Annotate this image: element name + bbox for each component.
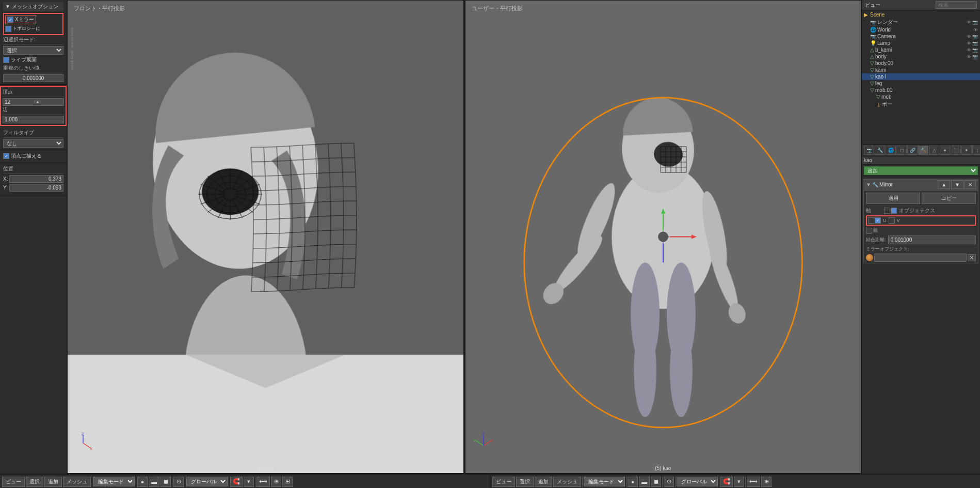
ppi-physics[interactable]: ↕: [972, 146, 980, 155]
vert-select-btn-r[interactable]: ●: [628, 477, 638, 487]
apply-button[interactable]: 適用: [866, 193, 920, 204]
ppi-data[interactable]: △: [929, 146, 939, 155]
mirror-obj-clear[interactable]: ✕: [968, 254, 976, 261]
edge-select-btn-r[interactable]: ▬: [639, 477, 650, 487]
x-axis-edit-cb[interactable]: [891, 208, 897, 214]
ppi-particle[interactable]: ✦: [961, 146, 972, 155]
mesh-btn-left[interactable]: メッシュ: [63, 477, 91, 487]
fill-type-dropdown[interactable]: なし: [3, 139, 63, 148]
viewport-user[interactable]: ユーザー・平行投影 X Y Z (5) kao: [465, 0, 862, 474]
edit-mode-select-left[interactable]: 編集モード: [93, 477, 135, 486]
pivot-left[interactable]: ⊞: [282, 477, 293, 487]
x-axis-vis-cb[interactable]: [884, 208, 890, 214]
add-btn-left[interactable]: 追加: [44, 477, 62, 487]
view-btn-left[interactable]: ビュー: [2, 477, 25, 487]
tb-div-2: [136, 477, 136, 487]
edge-number-field[interactable]: [3, 116, 34, 123]
vertex-connect-box[interactable]: [3, 153, 9, 159]
viewport-front[interactable]: フロント・平行投影 mesh tools mesh tools X Z (5) …: [67, 0, 464, 474]
topology-box[interactable]: [5, 26, 11, 32]
mirror-obj-field[interactable]: [874, 254, 967, 262]
global-select-right[interactable]: グローバル: [677, 477, 718, 486]
snap-btn-right[interactable]: 🧲: [720, 477, 733, 487]
ppi-material[interactable]: ●: [940, 146, 950, 155]
outliner-item-world[interactable]: 🌐 World 👁: [862, 26, 980, 33]
outliner-item-camera[interactable]: 📷 Camera 👁 📷: [862, 33, 980, 40]
snap-btn-left[interactable]: 🧲: [230, 477, 243, 487]
modifier-up-btn[interactable]: ▲: [938, 180, 950, 189]
outliner-item-leg[interactable]: ▽ leg: [862, 80, 980, 87]
outliner-item-kao[interactable]: ▽ kao I: [862, 73, 980, 80]
vert-select-btn[interactable]: ●: [137, 477, 148, 487]
modifier-delete-btn[interactable]: ✕: [965, 180, 976, 189]
face-select-btn[interactable]: ◼: [160, 477, 171, 487]
modifier-type-icon: 🔧: [872, 182, 878, 187]
outliner-item-bone[interactable]: ⊥ ボー: [862, 100, 980, 108]
modifier-down-btn[interactable]: ▼: [951, 180, 963, 189]
edge-select-btn[interactable]: ▬: [149, 477, 159, 487]
vert-number-field[interactable]: 12: [3, 99, 34, 105]
view-btn-right[interactable]: ビュー: [492, 477, 515, 487]
modifier-expand-icon[interactable]: ▼: [866, 182, 871, 187]
outliner-item-mob00[interactable]: ▽ mob.00: [862, 87, 980, 93]
merge-dist-input[interactable]: [888, 235, 976, 244]
global-select-left[interactable]: グローバル: [186, 477, 228, 486]
svg-text:Z: Z: [482, 431, 485, 436]
edge-value-input[interactable]: [3, 116, 64, 123]
snap-type-left[interactable]: ▾: [244, 477, 254, 487]
vert-value-input[interactable]: 12 ▲: [3, 98, 64, 106]
edit-mode-select-right[interactable]: 編集モード: [584, 477, 625, 486]
world-icon: 🌐: [870, 27, 876, 33]
add-modifier-dropdown[interactable]: 追加: [864, 166, 978, 175]
outliner-item-lamp[interactable]: 💡 Lamp 👁 📷: [862, 40, 980, 46]
live-unwrap-box[interactable]: [3, 57, 9, 63]
ppi-texture[interactable]: ⬛: [951, 146, 961, 155]
tb-div-6: [255, 477, 255, 487]
outliner-item-kami[interactable]: ▽ kami: [862, 67, 980, 73]
viewports-container: フロント・平行投影 mesh tools mesh tools X Z (5) …: [67, 0, 861, 474]
outliner-item-body00[interactable]: ▽ body.00: [862, 60, 980, 67]
snap-type-right[interactable]: ▾: [734, 477, 744, 487]
proportional-edit-btn-r[interactable]: ⊙: [664, 477, 674, 487]
fill-type-label: フィルタイプ: [3, 129, 63, 138]
tb-div-7: [582, 477, 583, 487]
copy-button[interactable]: コピー: [922, 193, 976, 204]
u-cb1[interactable]: [868, 217, 874, 224]
viewport-front-info: (5) kao: [258, 465, 274, 471]
ppi-modifier[interactable]: 🔨: [918, 146, 928, 155]
mirror-icon-left[interactable]: ⟷: [256, 477, 270, 487]
x-coord-input[interactable]: 0.373: [9, 175, 63, 183]
mirror-icon-right[interactable]: ⟷: [747, 477, 760, 487]
outliner-search-input[interactable]: [936, 1, 977, 9]
select-btn-left[interactable]: 選択: [26, 477, 43, 487]
y-coord-input[interactable]: -0.093: [9, 184, 63, 192]
origin-left[interactable]: ⊕: [271, 477, 281, 487]
mesh-btn-right[interactable]: メッシュ: [553, 477, 581, 487]
tb-div-5: [229, 477, 229, 487]
outliner-item-bkami[interactable]: △ b_kami 👁 📷: [862, 46, 980, 53]
u-cb2[interactable]: ✓: [875, 217, 881, 224]
outliner-item-body[interactable]: △ body 👁 📷: [862, 53, 980, 60]
outliner-item-render[interactable]: 📷 レンダー 👁 📷: [862, 18, 980, 26]
ppi-world[interactable]: 🌐: [886, 146, 896, 155]
outliner-item-scene[interactable]: ▶ Scene: [862, 11, 980, 18]
ppi-constraint[interactable]: 🔗: [907, 146, 918, 155]
select-btn-right[interactable]: 選択: [516, 477, 534, 487]
ppi-scene[interactable]: 🔧: [875, 146, 885, 155]
outliner-item-mob[interactable]: ▽ mob: [862, 93, 980, 100]
select-dropdown[interactable]: 選択: [3, 46, 63, 55]
origin-right[interactable]: ⊕: [761, 477, 772, 487]
threshold-input[interactable]: 0.001000: [3, 74, 63, 82]
tb-div-12: [745, 477, 746, 487]
add-btn-right[interactable]: 追加: [535, 477, 552, 487]
tex-cb[interactable]: [866, 228, 872, 234]
x-mirror-checkbox[interactable]: Xミラー: [5, 15, 36, 24]
vert-arrow[interactable]: ▲: [34, 100, 41, 104]
mesh-icon-kao: ▽: [870, 74, 874, 80]
mesh-options-title: ▼ メッシュオプション: [3, 2, 63, 11]
v-cb[interactable]: [889, 217, 895, 224]
face-select-btn-r[interactable]: ◼: [651, 477, 661, 487]
proportional-edit-btn[interactable]: ⊙: [173, 477, 184, 487]
ppi-render[interactable]: 📷: [864, 146, 874, 155]
ppi-object[interactable]: ◻: [896, 146, 907, 155]
